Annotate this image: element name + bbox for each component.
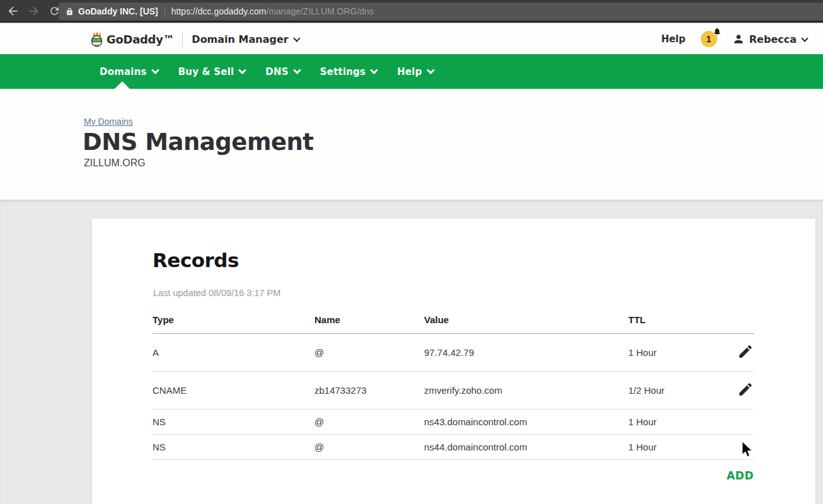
chevron-down-icon — [238, 66, 246, 74]
record-ttl-cell: 1/2 Hour — [628, 372, 717, 410]
nav-item-label: DNS — [265, 66, 288, 77]
godaddy-mascot-icon — [90, 31, 104, 47]
record-value-cell: ns44.domaincontrol.com — [424, 435, 628, 460]
record-row-ns: NS@ns43.domaincontrol.com1 Hour — [153, 410, 754, 435]
godaddy-logo[interactable]: GoDaddy™ — [90, 31, 174, 47]
url-path: /manage/ZILLUM.ORG/dns — [267, 6, 374, 16]
security-label: GoDaddy INC. [US] — [78, 6, 158, 16]
logo-text: GoDaddy™ — [106, 33, 174, 46]
app-header: GoDaddy™ Domain Manager Help 1 Rebecca — [0, 24, 823, 54]
header-right: Help 1 Rebecca — [661, 24, 807, 54]
hero-section: My Domains DNS Management ZILLUM.ORG — [0, 89, 823, 200]
column-header-type: Type — [153, 311, 314, 334]
record-type-cell: NS — [153, 435, 314, 460]
record-name-cell: @ — [314, 334, 424, 372]
chevron-down-icon — [293, 66, 301, 74]
column-header-ttl: TTL — [628, 311, 717, 334]
edit-record-button[interactable] — [737, 343, 754, 360]
column-header-name: Name — [314, 311, 424, 334]
nav-item-label: Settings — [320, 66, 365, 77]
records-table: TypeNameValueTTL A@97.74.42.791 HourCNAM… — [153, 311, 754, 460]
arrow-right-icon — [27, 4, 40, 18]
record-row-a: A@97.74.42.791 Hour — [153, 334, 754, 372]
record-row-cname: CNAMEzb14733273zmverify.zoho.com1/2 Hour — [153, 372, 754, 410]
record-actions-cell — [717, 372, 754, 410]
column-header-value: Value — [424, 311, 628, 334]
header-help-link[interactable]: Help — [661, 33, 686, 45]
browser-chrome: GoDaddy INC. [US] https://dcc.godaddy.co… — [0, 0, 823, 23]
record-actions-cell — [717, 435, 754, 460]
records-table-body: A@97.74.42.791 HourCNAMEzb14733273zmveri… — [153, 334, 754, 460]
chevron-down-icon — [427, 66, 435, 74]
nav-item-domains[interactable]: Domains — [100, 54, 158, 89]
url-divider — [164, 6, 165, 17]
record-value-cell: 97.74.42.79 — [424, 334, 628, 372]
record-type-cell: NS — [153, 410, 314, 435]
product-title-label: Domain Manager — [192, 33, 288, 45]
arrow-left-icon — [6, 4, 20, 18]
records-header-row: TypeNameValueTTL — [153, 311, 754, 334]
record-actions-cell — [717, 410, 754, 435]
records-section-title: Records — [153, 249, 239, 272]
record-name-cell: @ — [314, 435, 424, 460]
chevron-down-icon — [151, 66, 159, 74]
chevron-down-icon — [370, 66, 378, 74]
chevron-down-icon — [801, 35, 808, 42]
edit-pencil-icon — [737, 381, 754, 398]
edit-record-button[interactable] — [737, 381, 754, 398]
nav-item-dns[interactable]: DNS — [265, 54, 299, 89]
notification-badge[interactable]: 1 — [701, 31, 717, 47]
product-title-dropdown[interactable]: Domain Manager — [192, 33, 299, 45]
record-row-ns: NS@ns44.domaincontrol.com1 Hour — [153, 435, 754, 460]
record-ttl-cell: 1 Hour — [628, 334, 717, 372]
person-icon — [732, 33, 745, 45]
record-ttl-cell: 1 Hour — [628, 410, 717, 435]
column-header-actions — [717, 311, 754, 334]
godaddy-dns-page: { "colors": { "brand_green": "#0ba24a", … — [0, 0, 823, 504]
user-menu[interactable]: Rebecca — [732, 33, 807, 45]
edit-pencil-icon — [737, 343, 754, 360]
header-divider — [182, 31, 183, 47]
record-type-cell: A — [153, 334, 314, 372]
domain-name: ZILLUM.ORG — [84, 158, 146, 169]
nav-item-settings[interactable]: Settings — [320, 54, 377, 89]
chevron-down-icon — [293, 35, 300, 42]
nav-item-buy-sell[interactable]: Buy & Sell — [178, 54, 246, 89]
last-updated-text: Last updated 08/09/16 3:17 PM — [153, 288, 280, 298]
page-title: DNS Management — [83, 129, 314, 156]
nav-item-label: Help — [397, 66, 422, 77]
nav-item-label: Domains — [100, 66, 147, 77]
user-name: Rebecca — [749, 33, 797, 45]
breadcrumb-my-domains[interactable]: My Domains — [84, 117, 133, 127]
back-button[interactable] — [4, 3, 21, 19]
forward-button[interactable] — [25, 3, 42, 19]
primary-nav: DomainsBuy & SellDNSSettingsHelp — [0, 54, 823, 89]
record-actions-cell — [717, 334, 754, 372]
lock-icon — [66, 8, 74, 16]
record-name-cell: @ — [314, 410, 424, 435]
url-text: https://dcc.godaddy.com/manage/ZILLUM.OR… — [171, 6, 374, 16]
record-ttl-cell: 1 Hour — [628, 435, 717, 460]
site-security-chip[interactable]: GoDaddy INC. [US] — [59, 6, 164, 16]
record-value-cell: ns43.domaincontrol.com — [424, 410, 628, 435]
address-bar[interactable]: GoDaddy INC. [US] https://dcc.godaddy.co… — [59, 3, 823, 20]
bell-icon — [713, 27, 722, 36]
add-record-button[interactable]: ADD — [727, 469, 754, 482]
record-type-cell: CNAME — [153, 372, 314, 410]
url-domain: https://dcc.godaddy.com — [171, 6, 267, 16]
nav-item-help[interactable]: Help — [397, 54, 433, 89]
nav-item-label: Buy & Sell — [178, 66, 234, 77]
records-card: Records Last updated 08/09/16 3:17 PM Ty… — [92, 219, 815, 504]
record-name-cell: zb14733273 — [314, 372, 424, 410]
record-value-cell: zmverify.zoho.com — [424, 372, 628, 410]
